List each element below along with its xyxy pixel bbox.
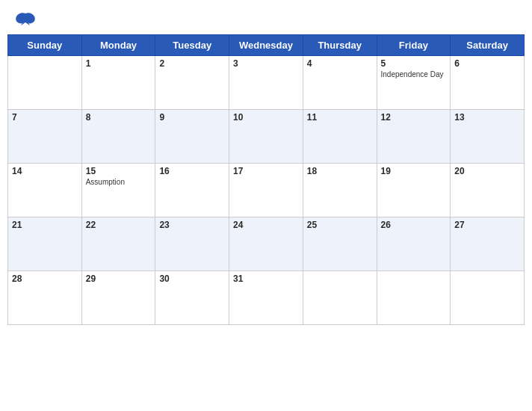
calendar-cell: 23 bbox=[155, 217, 229, 271]
weekday-header-tuesday: Tuesday bbox=[155, 35, 229, 56]
weekday-header-monday: Monday bbox=[81, 35, 155, 56]
day-number: 12 bbox=[381, 112, 447, 123]
day-number: 16 bbox=[159, 166, 225, 176]
day-number: 9 bbox=[159, 112, 225, 123]
calendar-cell: 10 bbox=[229, 110, 303, 164]
day-number: 28 bbox=[12, 274, 78, 284]
calendar-cell: 26 bbox=[377, 217, 451, 271]
calendar-cell: 16 bbox=[155, 164, 229, 217]
logo-bird-icon bbox=[15, 12, 36, 28]
day-number: 8 bbox=[86, 112, 152, 123]
calendar-cell: 14 bbox=[8, 164, 82, 217]
logo bbox=[15, 12, 39, 28]
calendar-cell: 11 bbox=[303, 110, 377, 164]
day-number: 26 bbox=[381, 220, 447, 230]
calendar-cell: 20 bbox=[451, 164, 525, 217]
day-number: 22 bbox=[86, 220, 152, 230]
day-number: 30 bbox=[159, 274, 225, 284]
calendar-cell: 8 bbox=[81, 110, 155, 164]
calendar-header: SundayMondayTuesdayWednesdayThursdayFrid… bbox=[8, 35, 525, 56]
holiday-name: Independence Day bbox=[381, 70, 447, 78]
calendar-week-row: 12345Independence Day6 bbox=[8, 56, 525, 110]
calendar-cell: 21 bbox=[8, 217, 82, 271]
calendar-table: SundayMondayTuesdayWednesdayThursdayFrid… bbox=[7, 34, 525, 325]
calendar-cell: 22 bbox=[81, 217, 155, 271]
weekday-header-row: SundayMondayTuesdayWednesdayThursdayFrid… bbox=[8, 35, 525, 56]
day-number: 24 bbox=[233, 220, 299, 230]
calendar-cell: 6 bbox=[451, 56, 525, 110]
weekday-header-thursday: Thursday bbox=[303, 35, 377, 56]
calendar-cell: 7 bbox=[8, 110, 82, 164]
calendar-cell: 29 bbox=[81, 271, 155, 325]
day-number: 18 bbox=[307, 166, 373, 176]
calendar-cell: 28 bbox=[8, 271, 82, 325]
calendar-cell bbox=[303, 271, 377, 325]
day-number: 5 bbox=[381, 58, 447, 69]
day-number: 27 bbox=[454, 220, 520, 230]
day-number: 29 bbox=[86, 274, 152, 284]
day-number: 17 bbox=[233, 166, 299, 176]
calendar-week-row: 78910111213 bbox=[8, 110, 525, 164]
day-number: 11 bbox=[307, 112, 373, 123]
weekday-header-wednesday: Wednesday bbox=[229, 35, 303, 56]
day-number: 31 bbox=[233, 274, 299, 284]
calendar-cell: 2 bbox=[155, 56, 229, 110]
calendar-cell: 31 bbox=[229, 271, 303, 325]
calendar-cell: 17 bbox=[229, 164, 303, 217]
calendar-week-row: 28293031 bbox=[8, 271, 525, 325]
calendar-cell: 25 bbox=[303, 217, 377, 271]
day-number: 14 bbox=[12, 166, 78, 176]
day-number: 23 bbox=[159, 220, 225, 230]
calendar-cell: 4 bbox=[303, 56, 377, 110]
calendar-cell: 1 bbox=[81, 56, 155, 110]
calendar-week-row: 1415Assumption1617181920 bbox=[8, 164, 525, 217]
day-number: 6 bbox=[454, 58, 520, 69]
day-number: 19 bbox=[381, 166, 447, 176]
calendar-cell bbox=[377, 271, 451, 325]
weekday-header-friday: Friday bbox=[377, 35, 451, 56]
calendar-cell: 13 bbox=[451, 110, 525, 164]
day-number: 10 bbox=[233, 112, 299, 123]
calendar-body: 12345Independence Day6789101112131415Ass… bbox=[8, 56, 525, 325]
calendar-cell: 27 bbox=[451, 217, 525, 271]
day-number: 21 bbox=[12, 220, 78, 230]
day-number: 2 bbox=[159, 58, 225, 69]
calendar-cell: 24 bbox=[229, 217, 303, 271]
day-number: 20 bbox=[454, 166, 520, 176]
weekday-header-saturday: Saturday bbox=[451, 35, 525, 56]
day-number: 15 bbox=[86, 166, 152, 176]
day-number: 25 bbox=[307, 220, 373, 230]
calendar-cell: 3 bbox=[229, 56, 303, 110]
day-number: 7 bbox=[12, 112, 78, 123]
calendar-cell: 15Assumption bbox=[81, 164, 155, 217]
calendar-cell bbox=[8, 56, 82, 110]
calendar-cell: 30 bbox=[155, 271, 229, 325]
calendar-cell bbox=[451, 271, 525, 325]
page-header bbox=[7, 7, 525, 31]
weekday-header-sunday: Sunday bbox=[8, 35, 82, 56]
holiday-name: Assumption bbox=[86, 178, 152, 186]
calendar-cell: 9 bbox=[155, 110, 229, 164]
day-number: 1 bbox=[86, 58, 152, 69]
calendar-cell: 5Independence Day bbox=[377, 56, 451, 110]
calendar-week-row: 21222324252627 bbox=[8, 217, 525, 271]
day-number: 3 bbox=[233, 58, 299, 69]
day-number: 4 bbox=[307, 58, 373, 69]
calendar-cell: 12 bbox=[377, 110, 451, 164]
calendar-cell: 18 bbox=[303, 164, 377, 217]
day-number: 13 bbox=[454, 112, 520, 123]
calendar-cell: 19 bbox=[377, 164, 451, 217]
